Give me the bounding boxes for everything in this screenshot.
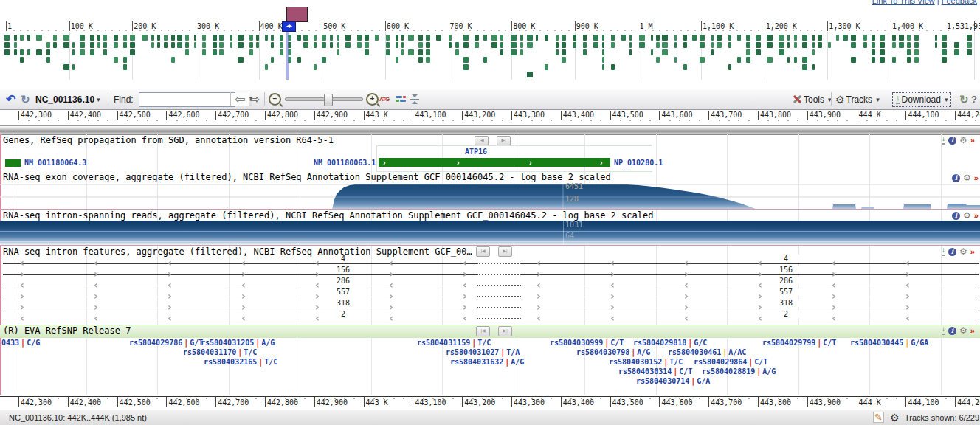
gene-name-label[interactable]: ATP16 — [465, 148, 487, 156]
prev-feature-button[interactable]: |◀ — [475, 136, 489, 146]
next-feature-button[interactable]: ▶| — [497, 136, 511, 146]
snp-item[interactable]: rs5804032165|T/C — [204, 358, 277, 366]
track-separator[interactable] — [0, 209, 980, 210]
download-icon[interactable]: ↓ — [942, 326, 945, 335]
ruler-top: 442,300442,400442,500442,600442,700442,8… — [0, 109, 980, 124]
undo-icon[interactable]: ↶ — [6, 92, 15, 106]
zoom-in-icon[interactable]: + — [366, 93, 379, 106]
snp-item[interactable]: 0433|C/G — [1, 339, 40, 347]
info-icon[interactable]: i — [948, 248, 956, 256]
protein-label[interactable]: NP_010280.1 — [614, 159, 663, 167]
snp-item[interactable]: rs5804030445|G/GA — [850, 339, 928, 347]
more-icon[interactable]: » — [970, 247, 973, 256]
find-input[interactable] — [139, 93, 249, 106]
download-icon[interactable]: ↓ — [942, 247, 945, 256]
zoom-out-icon[interactable]: − — [269, 93, 281, 106]
gene-exon-left[interactable] — [5, 159, 21, 167]
gear-icon[interactable]: ⚙ — [959, 326, 967, 335]
next-feature-button[interactable]: ▶| — [498, 326, 512, 336]
track-title-intron-features[interactable]: RNA-seq intron features, aggregate (filt… — [3, 246, 472, 257]
track-title-snp[interactable]: (R) EVA RefSNP Release 7 — [3, 325, 131, 336]
gear-icon[interactable]: ⚙ — [959, 136, 967, 145]
chromosome-overview-panel[interactable]: 1100 K200 K300 K400 K500 K600 K700 K800 … — [0, 0, 980, 81]
gear-icon[interactable]: ⚙ — [890, 412, 900, 424]
gene-body[interactable]: › › › › — [379, 158, 610, 167]
toolbar-divider — [831, 92, 832, 106]
more-icon[interactable]: » — [974, 211, 977, 220]
track-title-exon-coverage[interactable]: RNA-seq exon coverage, aggregate (filter… — [3, 172, 611, 182]
reference-name: NC_001136.10 — [35, 94, 94, 105]
tools-label: Tools — [804, 94, 824, 105]
pan-left-icon[interactable]: ⇦ — [235, 92, 245, 107]
viewport-marker[interactable]: ◀▶ — [282, 21, 296, 32]
snp-item[interactable]: rs5804031632|A/G — [450, 358, 524, 366]
fit-height-icon[interactable] — [410, 94, 420, 104]
track-icons-intron-spanning: i ⚙ » — [952, 211, 977, 220]
prev-feature-button[interactable]: |◀ — [476, 246, 490, 257]
track-selection-edge — [0, 134, 1, 395]
more-icon[interactable]: » — [970, 326, 973, 335]
prev-feature-button[interactable]: |◀ — [476, 326, 490, 336]
info-icon[interactable]: i — [948, 137, 956, 145]
track-separator[interactable] — [0, 245, 980, 246]
panel-separator-bar[interactable] — [0, 125, 980, 135]
download-icon: ↓ — [896, 94, 900, 104]
snp-item[interactable]: rs5804030152|T/C — [609, 358, 683, 366]
gear-icon[interactable]: ⚙ — [963, 211, 971, 220]
snp-item[interactable]: rs5804031170|T/C — [183, 348, 257, 356]
tracks-menu-button[interactable]: ⚙ Tracks ▾ — [835, 89, 880, 109]
zoom-slider[interactable] — [285, 97, 363, 101]
snp-item[interactable]: rs5804029786|G/T — [129, 339, 203, 347]
snp-item[interactable]: rs5804028819|A/G — [702, 367, 776, 376]
snp-item[interactable]: rs5804030999|C/T — [550, 339, 624, 347]
next-feature-button[interactable]: ▶| — [498, 246, 512, 257]
snp-item[interactable]: rs5804029799|C/T — [762, 339, 836, 347]
snp-item[interactable]: rs5804029818|G/C — [633, 339, 707, 347]
toolbar-divider — [264, 92, 265, 106]
track-config-icon[interactable] — [396, 95, 406, 104]
refresh-icon[interactable]: ↻ — [959, 93, 969, 106]
history-icon[interactable]: ↻ — [21, 93, 30, 106]
intron-scale-mid: 64 — [565, 232, 574, 240]
pan-right-icon[interactable]: ⇨ — [249, 92, 260, 107]
strand-arrow-icon: › — [383, 158, 386, 167]
track-title-genes[interactable]: Genes, RefSeq propagation from SGD, anno… — [3, 135, 334, 145]
sequence-zoom-icon[interactable]: ATG — [379, 96, 389, 103]
overview-axis — [0, 32, 980, 32]
tracks-label: Tracks — [846, 94, 873, 105]
zoom-slider-handle[interactable] — [324, 94, 333, 106]
snp-item[interactable]: rs5804031027|T/A — [446, 348, 520, 356]
intron-scale-max: 1031 — [565, 221, 583, 229]
strand-arrow-icon: › — [529, 158, 532, 167]
status-bar: NC_001136.10: 442K..444K (1,985 nt) ✎ ⚙ … — [0, 410, 980, 425]
info-icon[interactable]: i — [948, 327, 956, 335]
download-menu-button[interactable]: ↓ Download ▾ — [893, 93, 950, 106]
transcript-label[interactable]: NM_001180063.1 — [314, 159, 376, 167]
snp-item[interactable]: rs5804030714|G/A — [636, 377, 710, 385]
exon-scale-mid: 128 — [565, 195, 579, 203]
info-icon[interactable]: i — [952, 212, 960, 220]
download-icon[interactable]: ↓ — [942, 136, 945, 145]
pencil-icon[interactable]: ✎ — [873, 412, 884, 423]
snp-item[interactable]: rs5804029864|C/T — [694, 358, 767, 366]
help-icon[interactable]: ? — [971, 94, 977, 105]
gear-icon[interactable]: ⚙ — [959, 247, 967, 256]
snp-item[interactable]: rs5804030314|C/T — [618, 367, 692, 376]
intron-spanning-graph[interactable] — [0, 221, 980, 245]
viewport-indicator-box[interactable] — [286, 7, 308, 22]
transcript-left-label[interactable]: NM_001180064.3 — [24, 159, 86, 167]
chevron-down-icon: ▾ — [97, 96, 100, 103]
tools-menu-button[interactable]: Tools ▾ — [793, 89, 832, 109]
snp-item[interactable]: rs5804030461|A/AC — [668, 348, 746, 356]
more-icon[interactable]: » — [970, 136, 973, 145]
info-icon[interactable]: i — [952, 174, 960, 182]
track-icons-genes: ↓ i ⚙ » — [942, 136, 973, 145]
track-title-intron-spanning[interactable]: RNA-seq intron-spanning reads, aggregate… — [3, 210, 653, 221]
reference-dropdown[interactable]: NC_001136.10 ▾ — [35, 89, 100, 109]
snp-item[interactable]: rs5804031159|T/C — [417, 339, 491, 347]
toolbar-divider — [230, 92, 231, 106]
snp-item[interactable]: rs5804030798|A/G — [576, 348, 650, 356]
exon-coverage-graph[interactable] — [0, 182, 980, 209]
snp-track-header — [0, 325, 980, 338]
snp-item[interactable]: rs5804031205|A/G — [201, 339, 275, 347]
